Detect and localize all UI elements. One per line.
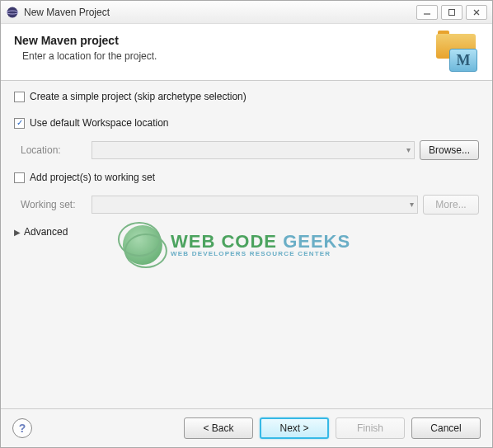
location-input: ▾ (92, 141, 415, 159)
working-set-field-label: Working set: (21, 199, 87, 210)
chevron-down-icon: ▾ (410, 200, 414, 209)
titlebar: New Maven Project (1, 1, 492, 24)
footer: ? < Back Next > Finish Cancel (1, 408, 492, 447)
banner-heading: New Maven project (14, 34, 157, 47)
default-workspace-label: Use default Workspace location (30, 117, 169, 129)
browse-button[interactable]: Browse... (420, 140, 479, 160)
help-button[interactable]: ? (12, 418, 32, 438)
more-button: More... (423, 195, 479, 215)
maximize-button[interactable] (441, 5, 462, 20)
advanced-toggle[interactable]: ▶ Advanced (14, 226, 479, 238)
working-set-label: Add project(s) to working set (30, 172, 155, 183)
eclipse-icon (6, 6, 19, 19)
banner: New Maven project Enter a location for t… (1, 24, 492, 81)
next-button[interactable]: Next > (260, 417, 329, 439)
window-title: New Maven Project (24, 7, 110, 18)
svg-rect-3 (449, 9, 455, 15)
finish-button: Finish (336, 417, 405, 439)
simple-project-checkbox[interactable] (14, 92, 25, 102)
svg-point-0 (7, 7, 18, 17)
advanced-label: Advanced (24, 226, 68, 238)
simple-project-label: Create a simple project (skip archetype … (30, 91, 246, 102)
default-workspace-checkbox[interactable]: ✓ (14, 118, 25, 129)
window-controls (416, 5, 487, 20)
close-button[interactable] (466, 5, 487, 20)
location-label: Location: (21, 144, 87, 156)
working-set-checkbox[interactable] (14, 172, 25, 183)
expand-chevron-icon: ▶ (14, 228, 21, 237)
chevron-down-icon: ▾ (406, 145, 411, 154)
content-area: Create a simple project (skip archetype … (1, 81, 492, 408)
dialog-window: New Maven Project New Maven project Ente… (0, 0, 493, 448)
back-button[interactable]: < Back (184, 417, 253, 439)
maven-icon: M (433, 34, 479, 72)
banner-subtitle: Enter a location for the project. (22, 50, 157, 62)
cancel-button[interactable]: Cancel (411, 417, 481, 439)
minimize-button[interactable] (416, 5, 438, 20)
working-set-input: ▾ (92, 196, 418, 214)
